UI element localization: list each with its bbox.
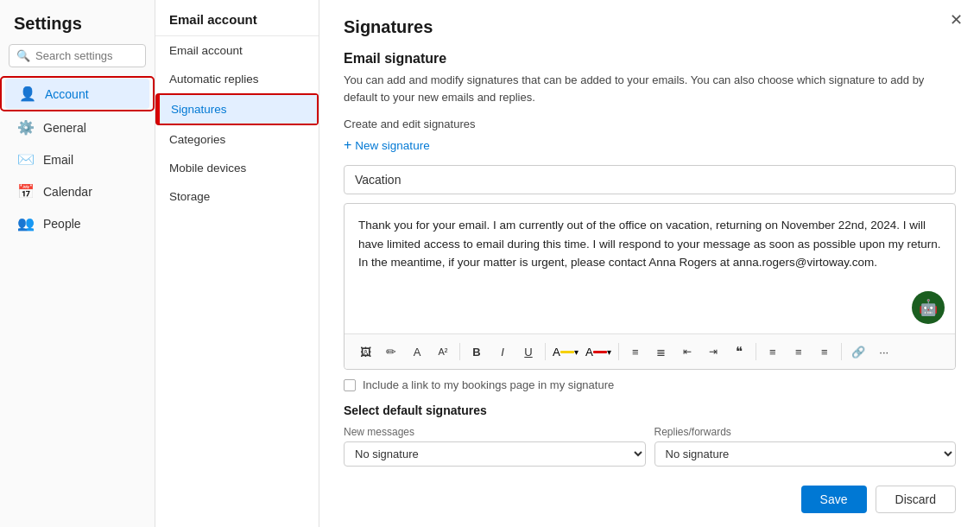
search-icon: 🔍 xyxy=(16,49,30,62)
toolbar-eraser-button[interactable]: ✏ xyxy=(379,340,403,364)
toolbar-more-button[interactable]: ··· xyxy=(872,340,896,364)
signature-body[interactable]: Thank you for your email. I am currently… xyxy=(345,204,955,333)
create-label: Create and edit signatures xyxy=(344,117,956,130)
email-signature-description: You can add and modify signatures that c… xyxy=(344,72,956,105)
replies-select[interactable]: No signature Vacation xyxy=(654,441,957,467)
middle-item-email-account[interactable]: Email account xyxy=(155,36,319,65)
toolbar-font-size-button[interactable]: A xyxy=(405,340,429,364)
people-icon: 👥 xyxy=(17,215,35,232)
new-messages-select[interactable]: No signature Vacation xyxy=(344,441,646,467)
bookings-label: Include a link to my bookings page in my… xyxy=(363,378,614,391)
middle-item-storage[interactable]: Storage xyxy=(155,182,319,211)
font-color-icon: A xyxy=(585,346,593,359)
select-defaults-title: Select default signatures xyxy=(344,403,956,417)
new-messages-label: New messages xyxy=(344,426,646,438)
sidebar-item-people[interactable]: 👥 People xyxy=(3,208,151,238)
close-button[interactable]: ✕ xyxy=(950,12,963,28)
highlight-dropdown-icon: ▾ xyxy=(574,347,579,357)
defaults-col-new-messages: New messages No signature Vacation xyxy=(344,426,646,467)
sidebar-item-people-label: People xyxy=(43,217,81,231)
search-input[interactable] xyxy=(35,49,138,62)
sidebar-item-account[interactable]: 👤 Account xyxy=(5,79,149,109)
toolbar-link-button[interactable]: 🔗 xyxy=(846,340,870,364)
new-signature-button[interactable]: + New signature xyxy=(344,137,430,153)
toolbar-image-button[interactable]: 🖼 xyxy=(353,340,377,364)
sidebar-item-calendar[interactable]: 📅 Calendar xyxy=(3,176,151,206)
signature-editor: Thank you for your email. I am currently… xyxy=(344,203,956,370)
calendar-icon: 📅 xyxy=(17,183,35,200)
toolbar-align-center-button[interactable]: ≡ xyxy=(787,340,811,364)
signature-name-input[interactable] xyxy=(344,165,956,194)
highlight-icon: A xyxy=(553,346,560,359)
footer-row: Save Discard xyxy=(801,486,956,513)
account-icon: 👤 xyxy=(19,86,36,102)
middle-item-categories[interactable]: Categories xyxy=(155,125,319,154)
toolbar-justify-button[interactable]: ≡ xyxy=(623,340,648,364)
middle-panel: Email account Email account Automatic re… xyxy=(155,0,319,527)
font-color-bar xyxy=(593,351,607,353)
sidebar-item-email[interactable]: ✉️ Email xyxy=(3,144,151,175)
general-icon: ⚙️ xyxy=(17,119,35,136)
bookings-checkbox[interactable] xyxy=(344,379,356,391)
defaults-row: New messages No signature Vacation Repli… xyxy=(344,426,956,467)
toolbar-italic-button[interactable]: I xyxy=(490,340,515,364)
editor-avatar-icon[interactable]: 🤖 xyxy=(912,291,945,324)
toolbar-quote-button[interactable]: ❝ xyxy=(727,340,751,364)
sidebar: Settings 🔍 👤 Account ⚙️ General ✉️ Email… xyxy=(0,0,155,527)
defaults-col-replies: Replies/forwards No signature Vacation xyxy=(654,426,957,467)
middle-panel-header: Email account xyxy=(155,0,319,36)
email-signature-section-title: Email signature xyxy=(344,51,956,67)
middle-item-signatures[interactable]: Signatures xyxy=(157,95,317,124)
sidebar-item-general-label: General xyxy=(43,121,86,135)
toolbar-font-color-button[interactable]: A ▾ xyxy=(583,344,614,360)
highlight-color-bar xyxy=(560,351,574,353)
toolbar-ordered-list-button[interactable]: ≣ xyxy=(649,340,673,364)
toolbar-superscript-button[interactable]: A² xyxy=(431,340,455,364)
toolbar-align-right-button[interactable]: ≡ xyxy=(812,340,837,364)
search-box[interactable]: 🔍 xyxy=(9,44,146,67)
save-button[interactable]: Save xyxy=(801,486,867,513)
toolbar-divider-3 xyxy=(618,343,619,360)
main-content: ✕ Signatures Email signature You can add… xyxy=(319,0,980,527)
toolbar-divider-1 xyxy=(459,343,460,360)
sidebar-item-calendar-label: Calendar xyxy=(43,185,92,199)
replies-label: Replies/forwards xyxy=(654,426,957,438)
toolbar-align-left-button[interactable]: ≡ xyxy=(761,340,785,364)
email-icon: ✉️ xyxy=(17,151,35,168)
toolbar-highlight-button[interactable]: A ▾ xyxy=(550,344,581,360)
toolbar-outdent-button[interactable]: ⇤ xyxy=(675,340,699,364)
font-color-dropdown-icon: ▾ xyxy=(607,347,611,357)
toolbar-divider-4 xyxy=(756,343,756,360)
app-title: Settings xyxy=(0,7,155,44)
bookings-row: Include a link to my bookings page in my… xyxy=(344,378,956,391)
toolbar-divider-2 xyxy=(545,343,546,360)
toolbar-underline-button[interactable]: U xyxy=(516,340,541,364)
toolbar-divider-5 xyxy=(841,343,842,360)
editor-toolbar: 🖼 ✏ A A² B I U A ▾ A ▾ ≡ ≣ ⇤ xyxy=(345,333,955,369)
sidebar-item-email-label: Email xyxy=(43,153,73,167)
toolbar-bold-button[interactable]: B xyxy=(465,340,489,364)
toolbar-indent-button[interactable]: ⇥ xyxy=(701,340,725,364)
middle-item-mobile-devices[interactable]: Mobile devices xyxy=(155,154,319,182)
page-title: Signatures xyxy=(344,17,956,37)
middle-item-automatic-replies[interactable]: Automatic replies xyxy=(155,65,319,93)
plus-icon: + xyxy=(344,137,351,153)
sidebar-item-account-label: Account xyxy=(45,87,89,101)
discard-button[interactable]: Discard xyxy=(876,486,956,513)
sidebar-item-general[interactable]: ⚙️ General xyxy=(3,112,151,143)
